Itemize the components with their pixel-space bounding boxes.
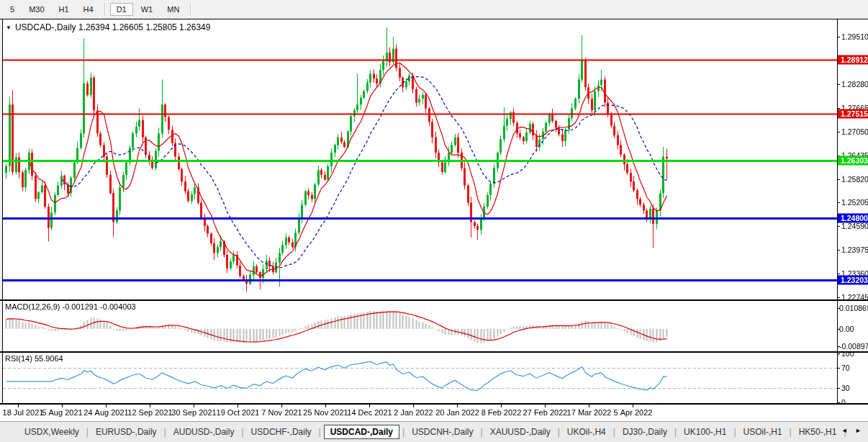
rsi-panel-canvas[interactable] <box>0 352 868 404</box>
tab-hk50-h1[interactable]: HK50-,H1 <box>795 425 841 439</box>
tab-separator: | <box>558 427 560 437</box>
timeframe-toolbar: 5M30H1H4D1W1MN <box>0 0 868 19</box>
timeframe-button-d1[interactable]: D1 <box>110 3 133 16</box>
date-axis-canvas[interactable] <box>0 404 868 421</box>
symbol-dropdown-icon[interactable]: ▼ <box>6 24 12 31</box>
tab-xauusd-daily[interactable]: XAUUSD-,Daily <box>486 425 555 439</box>
tab-separator: | <box>319 427 321 437</box>
macd-panel-canvas[interactable] <box>0 300 868 352</box>
tab-separator: | <box>733 427 736 437</box>
tab-separator: | <box>402 427 404 437</box>
tab-usoil-h1[interactable]: USOil-,H1 <box>739 425 787 439</box>
tab-usdx-weekly[interactable]: USDX,Weekly <box>20 425 83 439</box>
tab-dj30-daily[interactable]: DJ30-,Daily <box>618 425 672 439</box>
tab-ukoil-h4[interactable]: UKOil-,H4 <box>563 425 610 439</box>
timeframe-button-h1[interactable]: H1 <box>53 3 76 16</box>
tab-scroll-arrows[interactable]: ◄ ► <box>841 427 864 434</box>
tab-audusd-daily[interactable]: AUDUSD-,Daily <box>169 425 239 439</box>
timeframe-button-5[interactable]: 5 <box>4 3 21 16</box>
timeframe-button-m30[interactable]: M30 <box>22 3 50 16</box>
tab-separator: | <box>481 427 483 437</box>
tab-separator: | <box>790 427 792 437</box>
timeframe-button-w1[interactable]: W1 <box>135 3 160 16</box>
main-chart-canvas[interactable] <box>0 19 868 300</box>
tab-separator: | <box>674 427 677 437</box>
tab-usdcad-daily[interactable]: USDCAD-,Daily <box>324 425 399 439</box>
timeframe-button-h4[interactable]: H4 <box>77 3 100 16</box>
toolbar-separator <box>104 3 106 16</box>
tab-usdcnh-daily[interactable]: USDCNH-,Daily <box>407 425 477 439</box>
tab-separator: | <box>164 427 166 437</box>
tab-separator: | <box>613 427 615 437</box>
tab-separator: | <box>86 427 89 437</box>
symbol-tab-bar: USDX,Weekly|EURUSD-,Daily|AUDUSD-,Daily|… <box>0 421 868 442</box>
tab-usdchf-daily[interactable]: USDCHF-,Daily <box>247 425 316 439</box>
timeframe-button-mn[interactable]: MN <box>161 3 186 16</box>
tab-separator: | <box>241 427 243 437</box>
toolbar-separator <box>190 3 191 16</box>
tab-uk100-h1[interactable]: UK100-,H1 <box>679 425 731 439</box>
tab-eurusd-daily[interactable]: EURUSD-,Daily <box>91 425 161 439</box>
